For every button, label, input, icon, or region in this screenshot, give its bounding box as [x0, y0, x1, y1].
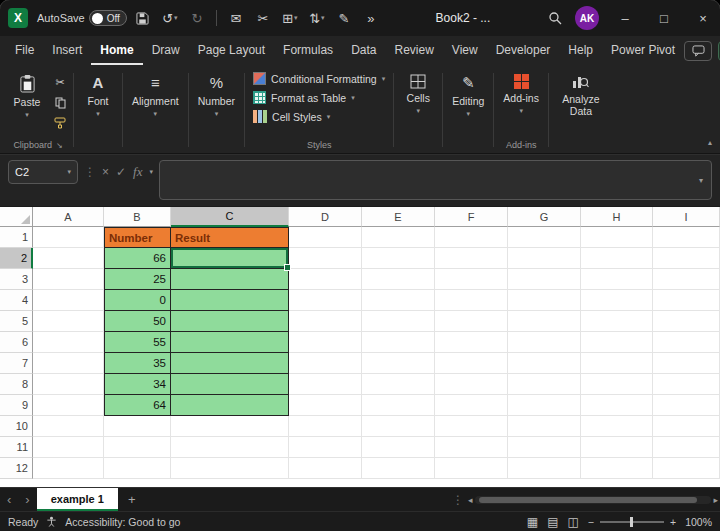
cell-D2[interactable] — [289, 248, 362, 269]
cell-A1[interactable] — [33, 227, 104, 248]
page-break-view-button[interactable]: ◫ — [568, 515, 579, 529]
cell-F5[interactable] — [435, 311, 508, 332]
cell-B4[interactable]: 0 — [104, 290, 171, 311]
enter-button[interactable]: ✓ — [116, 165, 126, 179]
cell-B6[interactable]: 55 — [104, 332, 171, 353]
cell-F6[interactable] — [435, 332, 508, 353]
insert-function-button[interactable]: fx — [133, 164, 142, 180]
cell-H1[interactable] — [581, 227, 653, 248]
zoom-level[interactable]: 100% — [685, 516, 712, 528]
cell-E7[interactable] — [362, 353, 435, 374]
cell-I10[interactable] — [653, 416, 720, 437]
new-sheet-button[interactable]: + — [118, 492, 146, 507]
cell-F8[interactable] — [435, 374, 508, 395]
cell-A9[interactable] — [33, 395, 104, 416]
cell-A6[interactable] — [33, 332, 104, 353]
save-button[interactable] — [132, 6, 154, 30]
cell-B3[interactable]: 25 — [104, 269, 171, 290]
cell-A5[interactable] — [33, 311, 104, 332]
cell-C4[interactable] — [171, 290, 289, 311]
cell-I6[interactable] — [653, 332, 720, 353]
cell-H5[interactable] — [581, 311, 653, 332]
cell-E6[interactable] — [362, 332, 435, 353]
conditional-formatting-button[interactable]: Conditional Formatting ▾ — [248, 70, 390, 87]
comments-button[interactable] — [684, 41, 712, 61]
row-header-5[interactable]: 5 — [0, 311, 33, 332]
cell-I4[interactable] — [653, 290, 720, 311]
cell-H4[interactable] — [581, 290, 653, 311]
cell-D5[interactable] — [289, 311, 362, 332]
cell-D8[interactable] — [289, 374, 362, 395]
cell-C9[interactable] — [171, 395, 289, 416]
row-header-12[interactable]: 12 — [0, 458, 33, 479]
previous-sheet-button[interactable]: ‹ — [0, 492, 18, 507]
cell-D11[interactable] — [289, 437, 362, 458]
horizontal-scrollbar[interactable]: ◂ ▸ — [468, 495, 718, 504]
cell-B7[interactable]: 35 — [104, 353, 171, 374]
cell-H3[interactable] — [581, 269, 653, 290]
cell-B9[interactable]: 64 — [104, 395, 171, 416]
cell-B11[interactable] — [104, 437, 171, 458]
cell-D12[interactable] — [289, 458, 362, 479]
row-header-1[interactable]: 1 — [0, 227, 33, 248]
normal-view-button[interactable]: ▦ — [527, 515, 538, 529]
cell-G2[interactable] — [508, 248, 581, 269]
cell-I1[interactable] — [653, 227, 720, 248]
cell-E11[interactable] — [362, 437, 435, 458]
cell-D10[interactable] — [289, 416, 362, 437]
maximize-button[interactable]: □ — [647, 0, 681, 36]
cell-E4[interactable] — [362, 290, 435, 311]
page-layout-view-button[interactable]: ▤ — [547, 515, 558, 529]
mail-button[interactable]: ✉ — [225, 6, 247, 30]
cell-C1[interactable]: Result — [171, 227, 289, 248]
close-button[interactable]: × — [686, 0, 720, 36]
cell-A4[interactable] — [33, 290, 104, 311]
column-header-H[interactable]: H — [581, 207, 653, 227]
cell-C10[interactable] — [171, 416, 289, 437]
zoom-slider-thumb[interactable] — [630, 517, 633, 527]
accessibility-status[interactable]: Accessibility: Good to go — [65, 516, 180, 528]
dialog-launcher-icon[interactable]: ↘ — [56, 141, 63, 150]
cell-E1[interactable] — [362, 227, 435, 248]
cell-B1[interactable]: Number — [104, 227, 171, 248]
cell-A8[interactable] — [33, 374, 104, 395]
cell-B2[interactable]: 66 — [104, 248, 171, 269]
cell-A12[interactable] — [33, 458, 104, 479]
cell-D3[interactable] — [289, 269, 362, 290]
cell-H10[interactable] — [581, 416, 653, 437]
cell-A11[interactable] — [33, 437, 104, 458]
cell-B5[interactable]: 50 — [104, 311, 171, 332]
cell-E12[interactable] — [362, 458, 435, 479]
scrollbar-thumb[interactable] — [479, 497, 697, 503]
formula-input[interactable]: ▾ — [159, 160, 712, 200]
cell-E2[interactable] — [362, 248, 435, 269]
addins-button[interactable]: Add-ins ▾ — [497, 70, 545, 117]
ribbon-tab-developer[interactable]: Developer — [487, 36, 560, 65]
cut-button[interactable]: ✂ — [252, 6, 274, 30]
cell-F1[interactable] — [435, 227, 508, 248]
cell-F10[interactable] — [435, 416, 508, 437]
number-menu-button[interactable]: % Number ▾ — [192, 70, 241, 120]
cell-C5[interactable] — [171, 311, 289, 332]
ribbon-tab-page-layout[interactable]: Page Layout — [189, 36, 274, 65]
row-header-7[interactable]: 7 — [0, 353, 33, 374]
ribbon-tab-power-pivot[interactable]: Power Pivot — [602, 36, 684, 65]
draw-button[interactable]: ✎ — [333, 6, 355, 30]
cell-C3[interactable] — [171, 269, 289, 290]
undo-button[interactable]: ↺▾ — [159, 6, 181, 30]
cell-I11[interactable] — [653, 437, 720, 458]
cell-F3[interactable] — [435, 269, 508, 290]
column-header-D[interactable]: D — [289, 207, 362, 227]
ribbon-tab-data[interactable]: Data — [342, 36, 385, 65]
column-header-I[interactable]: I — [653, 207, 720, 227]
font-menu-button[interactable]: A Font ▾ — [77, 70, 119, 120]
cell-G1[interactable] — [508, 227, 581, 248]
redo-button[interactable]: ↻ — [186, 6, 208, 30]
cell-H9[interactable] — [581, 395, 653, 416]
column-header-A[interactable]: A — [33, 207, 104, 227]
cell-F4[interactable] — [435, 290, 508, 311]
cell-C8[interactable] — [171, 374, 289, 395]
next-sheet-button[interactable]: › — [18, 492, 36, 507]
cell-I8[interactable] — [653, 374, 720, 395]
column-header-B[interactable]: B — [104, 207, 171, 227]
